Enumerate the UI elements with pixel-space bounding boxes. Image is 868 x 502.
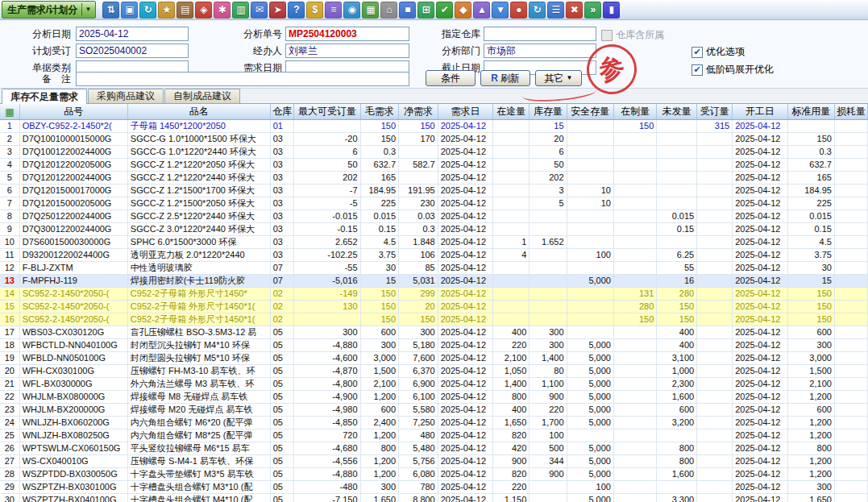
table-row[interactable]: 29WSZPTZH-BX030100G十字槽盘头组合螺钉 M3*10 (配05-… <box>0 481 868 494</box>
table-row[interactable]: 7D7Q1201500020500GSGCC-Z 1.2*1500*2050 环… <box>0 197 868 210</box>
row-number[interactable]: 17 <box>0 326 19 339</box>
cell[interactable]: 150 <box>360 313 399 326</box>
cell[interactable]: 150 <box>360 288 399 301</box>
cell[interactable]: 封闭型沉头拉铆钉 M4*10 环保 <box>127 339 270 352</box>
help-icon[interactable]: ? <box>288 2 305 19</box>
cell[interactable] <box>613 275 656 288</box>
cell[interactable] <box>493 185 530 197</box>
cell[interactable] <box>567 262 613 275</box>
cell[interactable]: 300 <box>399 326 438 339</box>
cell[interactable]: 50 <box>530 159 567 172</box>
cell[interactable] <box>567 146 613 159</box>
row-number[interactable]: 11 <box>0 249 19 262</box>
cell[interactable] <box>834 133 867 146</box>
cell[interactable]: 5,000 <box>567 365 613 378</box>
cell[interactable]: 800 <box>787 442 834 455</box>
cell[interactable]: 2025-04-12 <box>733 352 787 365</box>
cell[interactable]: 150 <box>360 301 399 313</box>
cell[interactable]: 压铆螺母 S-M4-1 易车铁、环保 <box>127 455 270 468</box>
cell[interactable]: 20 <box>530 133 567 146</box>
cell[interactable]: SGCC-Z 3.0*1220*2440 环保大 <box>127 223 270 236</box>
cell[interactable] <box>567 159 613 172</box>
row-number[interactable]: 24 <box>0 417 19 429</box>
row-number[interactable]: 7 <box>0 197 19 210</box>
cell[interactable]: F-BLJ-ZXTM <box>19 262 127 275</box>
cell[interactable]: 184.95 <box>787 185 834 197</box>
tab-purchase[interactable]: 采购商品建议 <box>88 89 164 103</box>
cell[interactable] <box>697 146 733 159</box>
cell[interactable]: 2025-04-12 <box>733 494 787 502</box>
doc-icon[interactable]: ■ <box>399 2 416 19</box>
cell[interactable]: 1,700 <box>530 417 567 429</box>
cell[interactable] <box>697 185 733 197</box>
cell[interactable]: 2025-04-12 <box>733 429 787 442</box>
cell[interactable]: 5,180 <box>399 339 438 352</box>
cell[interactable] <box>834 365 867 378</box>
cell[interactable]: -4,556 <box>294 455 360 468</box>
cell[interactable]: WNLJZH-BX060200G <box>19 417 127 429</box>
cell[interactable] <box>697 365 733 378</box>
cell[interactable]: -4,680 <box>294 442 360 455</box>
cell[interactable] <box>657 236 697 249</box>
row-number[interactable]: 25 <box>0 429 19 442</box>
column-header[interactable]: 品号 <box>19 104 127 120</box>
cell[interactable]: 1,000 <box>657 365 697 378</box>
cell[interactable]: 子母箱 1450*1200*2050 <box>127 120 270 133</box>
column-header[interactable]: 在途量 <box>493 104 530 120</box>
cell[interactable]: 0.015 <box>360 210 399 223</box>
table-row[interactable]: 11D932001220024400G透明亚克力板 2.0*1220*24400… <box>0 249 868 262</box>
column-header[interactable]: 仓库 <box>270 104 294 120</box>
cell[interactable]: WFH-CX030100G <box>19 365 127 378</box>
cell[interactable]: 7,250 <box>399 417 438 429</box>
cell[interactable]: -5 <box>294 197 360 210</box>
dept-input[interactable] <box>484 44 596 58</box>
cell[interactable]: 盲孔压铆螺柱 BSO-3.5M3-12 易 <box>127 326 270 339</box>
cell[interactable] <box>294 313 360 326</box>
cell[interactable]: 300 <box>360 481 399 494</box>
row-number[interactable]: 16 <box>0 313 19 326</box>
cell[interactable]: 02 <box>270 288 294 301</box>
cell[interactable]: 2.652 <box>294 236 360 249</box>
cell[interactable] <box>493 313 530 326</box>
cell[interactable] <box>567 313 613 326</box>
cell[interactable]: 15 <box>360 275 399 288</box>
cell[interactable]: 2025-04-12 <box>733 275 787 288</box>
column-header[interactable]: 损耗量 <box>834 104 867 120</box>
cell[interactable] <box>657 146 697 159</box>
cell[interactable]: 05 <box>270 455 294 468</box>
cell[interactable]: -149 <box>294 288 360 301</box>
cell[interactable] <box>613 352 656 365</box>
cell[interactable] <box>697 159 733 172</box>
cell[interactable] <box>657 133 697 146</box>
cell[interactable]: -102.25 <box>294 249 360 262</box>
cell[interactable]: 02 <box>270 301 294 313</box>
tree-icon[interactable]: ▼ <box>492 2 509 19</box>
cell[interactable] <box>613 249 656 262</box>
cell[interactable] <box>834 378 867 391</box>
row-number[interactable]: 2 <box>0 133 19 146</box>
cell[interactable]: 3 <box>530 185 567 197</box>
cell[interactable] <box>613 339 656 352</box>
cell[interactable] <box>613 404 656 417</box>
cell[interactable]: 中性透明玻璃胶 <box>127 262 270 275</box>
row-number[interactable]: 12 <box>0 262 19 275</box>
cell[interactable] <box>697 172 733 185</box>
module-selector[interactable]: 生产需求/计划分 <box>2 1 96 19</box>
cell[interactable]: 外六角法兰螺母 M3 易车铁、环 <box>127 378 270 391</box>
cell[interactable]: 2025-04-12 <box>438 262 492 275</box>
cell[interactable] <box>613 326 656 339</box>
cell[interactable] <box>493 223 530 236</box>
tab-shortage[interactable]: 库存不足量需求 <box>2 89 87 104</box>
cell[interactable]: 150 <box>360 133 399 146</box>
audit-icon[interactable]: ◆ <box>455 2 471 19</box>
cell[interactable]: C952-2子母箱 外形尺寸1450* <box>127 288 270 301</box>
row-number[interactable]: 27 <box>0 455 19 468</box>
column-header[interactable]: 最大可受订量 <box>294 104 360 120</box>
archive-icon[interactable]: ▤ <box>177 2 193 19</box>
cell[interactable]: D7S6001500030000G <box>19 236 127 249</box>
cell[interactable]: 2025-04-12 <box>733 301 787 313</box>
table-row[interactable]: 5D7Q1201220024400GSGCC-Z 1.2*1220*2440 环… <box>0 172 868 185</box>
table-row[interactable]: 4D7Q1201220020500GSGCC-Z 1.2*1220*2050 环… <box>0 159 868 172</box>
chart-icon[interactable]: ▥ <box>232 2 249 19</box>
refresh-button[interactable]: R刷新 <box>480 70 530 86</box>
